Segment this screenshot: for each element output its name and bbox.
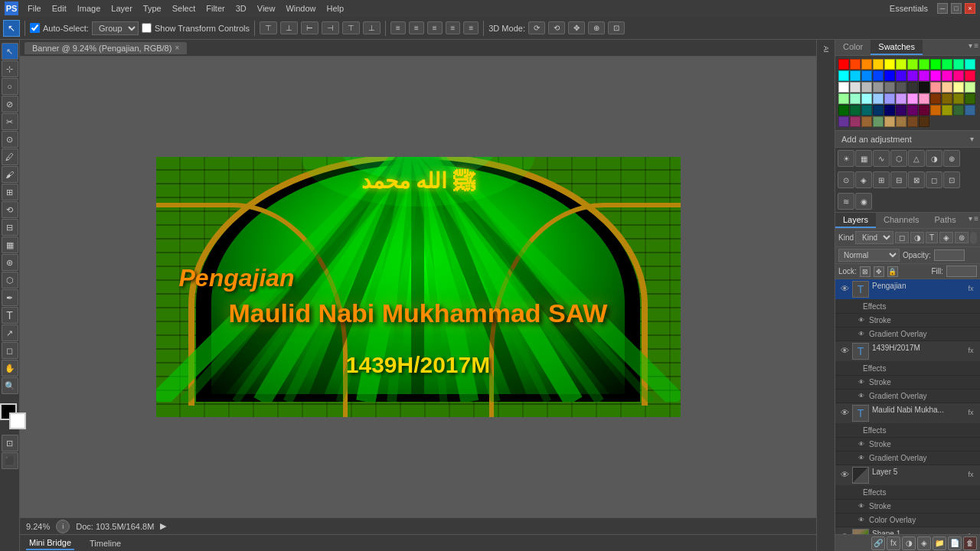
adj-posterize[interactable]: ◻ [926, 171, 942, 188]
align-vcenter-btn[interactable]: ⊥ [280, 21, 298, 34]
swatch-item[interactable] [930, 105, 941, 116]
swatch-item[interactable] [942, 93, 952, 104]
swatch-item[interactable] [861, 59, 872, 70]
layer-item[interactable]: 👁TPengajianfx [835, 279, 980, 300]
swatch-item[interactable] [850, 116, 861, 127]
lock-position-btn[interactable]: ✥ [874, 266, 884, 277]
layer-effect-item[interactable]: Effects [835, 362, 980, 376]
layer-fx-badge[interactable]: fx [965, 468, 977, 481]
tool-clone-stamp[interactable]: ⊞ [2, 184, 18, 201]
layer-effect-item[interactable]: Effects [835, 300, 980, 314]
layer-link-btn[interactable]: 🔗 [871, 536, 885, 550]
3d-roll-btn[interactable]: ⟲ [548, 21, 565, 34]
doc-size-arrow[interactable]: ▶ [160, 521, 166, 531]
layer-visibility-toggle[interactable]: 👁 [838, 344, 851, 357]
swatch-item[interactable] [873, 70, 884, 81]
tool-dodge[interactable]: ⬡ [2, 272, 18, 289]
swatch-item[interactable] [907, 93, 918, 104]
swatch-item[interactable] [930, 59, 941, 70]
swatch-item[interactable] [838, 105, 849, 116]
swatch-item[interactable] [930, 70, 941, 81]
layer-item[interactable]: 👁Shape 1fx [835, 527, 980, 534]
swatch-item[interactable] [884, 116, 895, 127]
layer-effect-item[interactable]: 👁Stroke [835, 314, 980, 328]
swatch-item[interactable] [884, 82, 895, 93]
tool-spot-heal[interactable]: 🖊 [2, 148, 18, 165]
tool-gradient[interactable]: ▦ [2, 236, 18, 253]
effect-visibility-icon[interactable]: 👁 [857, 502, 866, 511]
swatch-item[interactable] [942, 105, 952, 116]
align-right-btn[interactable]: ⊥ [363, 21, 381, 34]
swatch-item[interactable] [838, 70, 849, 81]
lock-pixels-btn[interactable]: ⊠ [860, 266, 871, 277]
swatches-menu-btn[interactable]: ≡ [974, 41, 978, 54]
adj-invert[interactable]: ⊠ [908, 171, 925, 188]
menu-type[interactable]: Type [139, 2, 166, 15]
swatch-item[interactable] [953, 82, 964, 93]
filter-adjust-btn[interactable]: ◑ [910, 232, 924, 243]
swatch-item[interactable] [861, 82, 872, 93]
distribute-top-btn[interactable]: ≡ [390, 21, 406, 34]
tool-screen-mode[interactable]: ⬛ [2, 452, 18, 469]
swatch-item[interactable] [873, 105, 884, 116]
swatch-item[interactable] [850, 70, 861, 81]
tool-crop[interactable]: ✂ [2, 113, 18, 130]
layer-effect-item[interactable]: 👁Color Overlay [835, 514, 980, 527]
menu-select[interactable]: Select [168, 2, 201, 15]
layer-item[interactable]: 👁TMaulid Nabi Mukha...fx [835, 403, 980, 424]
layer-fx-badge[interactable]: fx [965, 282, 977, 295]
adj-vibrance[interactable]: △ [908, 150, 925, 167]
tool-zoom[interactable]: 🔍 [2, 377, 18, 394]
tab-close-btn[interactable]: × [175, 44, 179, 52]
fill-input[interactable]: 100% [946, 266, 977, 277]
swatch-item[interactable] [884, 93, 895, 104]
effect-visibility-icon[interactable] [851, 364, 860, 373]
effect-visibility-icon[interactable] [851, 426, 860, 435]
filter-text-btn[interactable]: T [926, 232, 938, 243]
adj-brightness[interactable]: ☀ [838, 150, 854, 167]
close-button[interactable]: × [965, 3, 975, 14]
effect-visibility-icon[interactable]: 👁 [857, 378, 866, 387]
swatch-item[interactable] [896, 82, 906, 93]
adj-curves[interactable]: ∿ [873, 150, 890, 167]
layers-menu-btn[interactable]: ≡ [974, 214, 978, 227]
swatch-item[interactable] [919, 59, 929, 70]
menu-edit[interactable]: Edit [47, 2, 71, 15]
swatch-item[interactable] [838, 116, 849, 127]
swatch-item[interactable] [907, 59, 918, 70]
effect-visibility-icon[interactable]: 👁 [857, 330, 866, 339]
effect-visibility-icon[interactable]: 👁 [857, 316, 866, 325]
menu-3d[interactable]: 3D [231, 2, 251, 15]
3d-rotate-btn[interactable]: ⟳ [528, 21, 545, 34]
adj-bw[interactable]: ⊙ [838, 171, 854, 188]
tool-pen[interactable]: ✒ [2, 289, 18, 306]
3d-pan-btn[interactable]: ✥ [568, 21, 585, 34]
swatch-item[interactable] [953, 59, 964, 70]
menu-file[interactable]: File [23, 2, 46, 15]
swatch-item[interactable] [942, 70, 952, 81]
layer-effect-item[interactable]: Effects [835, 424, 980, 438]
swatches-tab[interactable]: Swatches [871, 40, 923, 55]
swatch-item[interactable] [965, 59, 975, 70]
tool-marquee[interactable]: ⊹ [2, 60, 18, 77]
effect-visibility-icon[interactable]: 👁 [857, 516, 866, 525]
swatch-item[interactable] [838, 59, 849, 70]
layer-mask-btn[interactable]: ◑ [902, 536, 916, 550]
adj-color-lookup[interactable]: ⊟ [890, 171, 907, 188]
tool-mask-mode[interactable]: ⊡ [2, 435, 18, 452]
distribute-left-btn[interactable]: ≡ [446, 21, 461, 34]
tool-eyedropper[interactable]: ⊙ [2, 131, 18, 148]
tool-lasso[interactable]: ○ [2, 78, 18, 95]
layer-visibility-toggle[interactable]: 👁 [838, 282, 851, 295]
maximize-button[interactable]: □ [951, 3, 962, 14]
tool-brush[interactable]: 🖌 [2, 166, 18, 183]
swatch-item[interactable] [930, 93, 941, 104]
swatch-item[interactable] [850, 59, 861, 70]
align-bottom-btn[interactable]: ⊢ [301, 21, 318, 34]
move-tool-btn[interactable]: ↖ [3, 20, 20, 37]
swatch-item[interactable] [896, 70, 906, 81]
layer-adjust-btn[interactable]: ◈ [917, 536, 931, 550]
tool-eraser[interactable]: ⊟ [2, 219, 18, 236]
adj-selective-color[interactable]: ◉ [855, 193, 872, 210]
auto-select-checkbox[interactable] [30, 23, 40, 33]
